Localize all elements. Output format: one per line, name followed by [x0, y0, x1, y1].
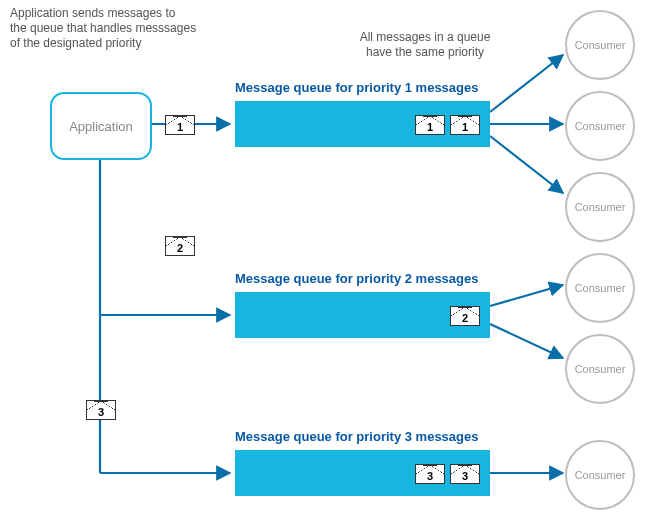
consumer-label: Consumer [575, 282, 626, 294]
outgoing-message-priority-1: 1 [165, 115, 195, 135]
consumer-node: Consumer [565, 172, 635, 242]
consumer-node: Consumer [565, 10, 635, 80]
consumer-node: Consumer [565, 440, 635, 510]
message-priority-label: 3 [462, 470, 468, 482]
queue-priority-2: 2 [235, 292, 490, 338]
svg-line-4 [490, 55, 563, 112]
consumer-node: Consumer [565, 253, 635, 323]
message-priority-label: 2 [462, 312, 468, 324]
message-priority-label: 3 [427, 470, 433, 482]
svg-line-6 [490, 136, 563, 193]
queue-title-priority-2: Message queue for priority 2 messages [235, 271, 478, 286]
consumer-label: Consumer [575, 120, 626, 132]
svg-line-8 [490, 324, 563, 358]
consumer-node: Consumer [565, 334, 635, 404]
queue-priority-1: 1 1 [235, 101, 490, 147]
message-priority-label: 1 [427, 121, 433, 133]
message-priority-label: 1 [177, 121, 183, 133]
consumer-label: Consumer [575, 363, 626, 375]
application-label: Application [69, 119, 133, 134]
application-node: Application [50, 92, 152, 160]
outgoing-message-priority-3: 3 [86, 400, 116, 420]
queue-title-priority-3: Message queue for priority 3 messages [235, 429, 478, 444]
message-priority-label: 2 [177, 242, 183, 254]
application-caption: Application sends messages to the queue … [10, 6, 220, 51]
queue-title-priority-1: Message queue for priority 1 messages [235, 80, 478, 95]
consumer-label: Consumer [575, 201, 626, 213]
queued-message: 1 [415, 115, 445, 135]
diagram-canvas: Application sends messages to the queue … [0, 0, 649, 527]
message-priority-label: 3 [98, 406, 104, 418]
svg-line-7 [490, 285, 563, 306]
outgoing-message-priority-2: 2 [165, 236, 195, 256]
consumer-node: Consumer [565, 91, 635, 161]
message-priority-label: 1 [462, 121, 468, 133]
queue-caption: All messages in a queue have the same pr… [335, 30, 515, 60]
consumer-label: Consumer [575, 469, 626, 481]
queued-message: 3 [450, 464, 480, 484]
queue-priority-3: 3 3 [235, 450, 490, 496]
queued-message: 1 [450, 115, 480, 135]
queued-message: 3 [415, 464, 445, 484]
consumer-label: Consumer [575, 39, 626, 51]
queued-message: 2 [450, 306, 480, 326]
